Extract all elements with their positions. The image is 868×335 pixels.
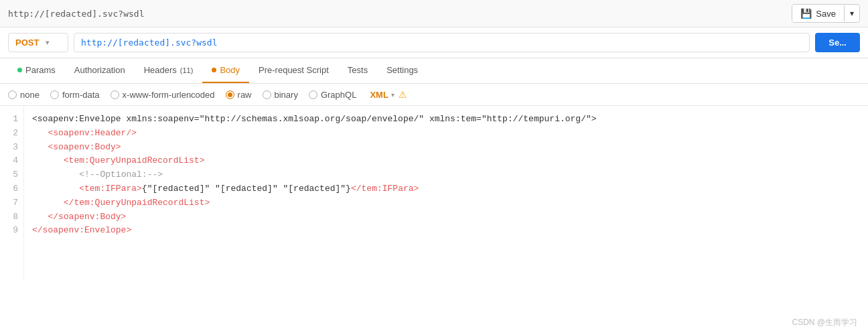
body-option-x-www-form-urlencoded[interactable]: x-www-form-urlencoded xyxy=(111,90,215,100)
code-line: </tem:QueryUnpaidRecordList> xyxy=(32,196,860,210)
radio-form-data xyxy=(50,90,59,99)
tab-tests[interactable]: Tests xyxy=(338,58,377,83)
body-option-binary[interactable]: binary xyxy=(263,90,298,100)
save-button[interactable]: 💾 Save xyxy=(792,5,844,22)
tab-label-body: Body xyxy=(220,65,240,75)
radio-label-graphql: GraphQL xyxy=(321,90,356,100)
code-content[interactable]: <soapenv:Envelope xmlns:soapenv="http://… xyxy=(24,106,868,280)
method-selector[interactable]: POST ▾ xyxy=(8,33,68,52)
tab-headers[interactable]: Headers (11) xyxy=(135,58,203,83)
line-number: 3 xyxy=(8,141,18,155)
line-number: 2 xyxy=(8,127,18,141)
tab-label-tests: Tests xyxy=(348,65,368,75)
radio-graphql xyxy=(309,90,317,99)
code-line: <tem:QueryUnpaidRecordList> xyxy=(32,154,860,168)
tabs-bar: ParamsAuthorizationHeaders (11)BodyPre-r… xyxy=(0,58,868,84)
code-line: <!--Optional:--> xyxy=(32,168,860,182)
line-number: 8 xyxy=(8,210,18,224)
xml-selector[interactable]: XML ▾ ⚠ xyxy=(370,89,407,100)
body-option-raw[interactable]: raw xyxy=(226,90,252,100)
radio-none xyxy=(8,90,17,99)
line-number: 7 xyxy=(8,196,18,210)
radio-binary xyxy=(263,90,271,99)
request-bar: POST ▾ Se... xyxy=(0,27,868,58)
tab-badge-headers: (11) xyxy=(180,66,194,74)
tab-label-headers: Headers xyxy=(144,65,177,75)
radio-label-binary: binary xyxy=(275,90,298,100)
body-dot xyxy=(212,68,216,72)
code-line: </soapenv:Body> xyxy=(32,210,860,224)
code-line: <soapenv:Header/> xyxy=(32,127,860,141)
save-icon: 💾 xyxy=(800,8,812,19)
tab-params[interactable]: Params xyxy=(8,58,65,83)
body-option-none[interactable]: none xyxy=(8,90,40,100)
tab-pre-request[interactable]: Pre-request Script xyxy=(249,58,338,83)
warning-icon: ⚠ xyxy=(399,89,407,100)
body-options-bar: noneform-datax-www-form-urlencodedrawbin… xyxy=(0,84,868,106)
method-chevron-icon: ▾ xyxy=(46,39,49,46)
tab-label-authorization: Authorization xyxy=(74,65,125,75)
tab-body[interactable]: Body xyxy=(202,58,249,83)
line-number: 4 xyxy=(8,154,18,168)
url-input[interactable] xyxy=(74,33,810,52)
xml-label: XML xyxy=(370,90,388,100)
tab-label-pre-request: Pre-request Script xyxy=(259,65,329,75)
radio-label-none: none xyxy=(20,90,40,100)
tab-authorization[interactable]: Authorization xyxy=(65,58,135,83)
line-number: 1 xyxy=(8,113,18,127)
body-option-graphql[interactable]: GraphQL xyxy=(309,90,356,100)
code-line: </soapenv:Envelope> xyxy=(32,224,860,238)
code-line: <soapenv:Body> xyxy=(32,141,860,155)
tab-label-params: Params xyxy=(25,65,56,75)
top-bar: http://[redacted].svc?wsdl 💾 Save ▾ xyxy=(0,0,868,27)
method-label: POST xyxy=(15,38,39,48)
params-dot xyxy=(17,68,22,72)
top-bar-url: http://[redacted].svc?wsdl xyxy=(8,9,145,19)
body-option-form-data[interactable]: form-data xyxy=(50,90,100,100)
tab-label-settings: Settings xyxy=(386,65,418,75)
line-number: 5 xyxy=(8,168,18,182)
radio-label-form-data: form-data xyxy=(62,90,100,100)
radio-label-raw: raw xyxy=(238,90,252,100)
radio-x-www-form-urlencoded xyxy=(111,90,119,99)
line-numbers: 123456789 xyxy=(0,106,24,280)
save-chevron-button[interactable]: ▾ xyxy=(844,5,859,21)
send-button[interactable]: Se... xyxy=(815,33,860,52)
radio-raw xyxy=(226,90,234,99)
line-number: 9 xyxy=(8,224,18,238)
radio-label-x-www-form-urlencoded: x-www-form-urlencoded xyxy=(123,90,215,100)
save-label: Save xyxy=(816,9,836,19)
code-line: <soapenv:Envelope xmlns:soapenv="http://… xyxy=(32,113,860,127)
line-number: 6 xyxy=(8,182,18,196)
code-editor: 123456789 <soapenv:Envelope xmlns:soapen… xyxy=(0,106,868,280)
code-line: <tem:IFPara>{"[redacted]" "[redacted]" "… xyxy=(32,182,860,196)
tab-settings[interactable]: Settings xyxy=(377,58,427,83)
xml-chevron-icon: ▾ xyxy=(391,91,394,98)
save-button-group: 💾 Save ▾ xyxy=(792,4,860,23)
